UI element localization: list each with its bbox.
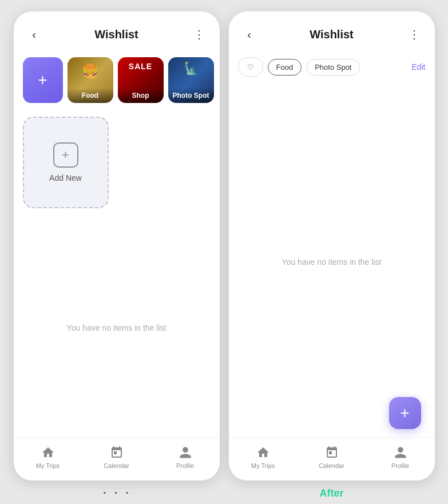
right-nav-calendar[interactable]: Calendar (315, 445, 349, 469)
left-empty-state: You have no items in the list (14, 217, 220, 438)
calendar-icon (109, 445, 124, 460)
left-nav-profile[interactable]: Profile (168, 445, 203, 469)
edit-button[interactable]: Edit (411, 62, 425, 72)
left-menu-button[interactable]: ⋮ (190, 25, 208, 43)
right-nav-trips[interactable]: My Trips (246, 445, 280, 469)
food-filter-label: Food (276, 63, 294, 72)
categories-row: + 🍔 Food SALE Shop (14, 53, 220, 108)
shop-sign-icon: SALE (129, 62, 152, 71)
pagination-dots: · · · (102, 483, 130, 501)
photo-label: Photo Spot (172, 92, 211, 100)
filter-photo-chip[interactable]: Photo Spot (306, 59, 360, 76)
shop-label: Shop (121, 92, 160, 100)
right-trips-label: My Trips (251, 462, 275, 469)
category-shop-card[interactable]: SALE Shop (118, 57, 164, 103)
right-calendar-label: Calendar (319, 462, 344, 469)
plus-icon: + (38, 72, 47, 88)
left-back-button[interactable]: ‹ (25, 25, 43, 43)
left-page-title: Wishlist (94, 28, 138, 41)
right-person-icon (393, 445, 408, 460)
category-food-card[interactable]: 🍔 Food (68, 57, 113, 103)
food-label: Food (71, 92, 110, 100)
left-nav-calendar[interactable]: Calendar (100, 445, 134, 469)
profile-label: Profile (176, 462, 194, 469)
photo-emoji-icon: 🗽 (184, 62, 198, 76)
right-home-icon (256, 445, 271, 460)
right-menu-button[interactable]: ⋮ (405, 25, 423, 43)
filter-heart-chip[interactable]: ♡ (238, 57, 263, 77)
add-new-label: Add New (49, 173, 82, 182)
photo-overlay: Photo Spot (168, 88, 214, 103)
right-header: ‹ Wishlist ⋮ (229, 11, 435, 53)
person-icon (178, 445, 193, 460)
right-empty-state: You have no items in the list (229, 86, 435, 438)
right-profile-label: Profile (391, 462, 409, 469)
filter-food-chip[interactable]: Food (268, 59, 302, 76)
right-phone: ‹ Wishlist ⋮ ♡ Food Photo Spot Edit You (229, 11, 435, 481)
photo-filter-label: Photo Spot (315, 63, 351, 72)
after-label: After (319, 483, 343, 504)
category-photo-card[interactable]: 🗽 Photo Spot (168, 57, 214, 103)
right-calendar-icon (324, 445, 339, 460)
fab-plus-icon: + (400, 405, 409, 421)
trips-label: My Trips (36, 462, 60, 469)
left-nav-trips[interactable]: My Trips (31, 445, 65, 469)
calendar-label: Calendar (104, 462, 129, 469)
add-new-circle-icon: + (53, 142, 78, 168)
left-header: ‹ Wishlist ⋮ (14, 11, 220, 53)
home-icon (41, 445, 55, 460)
right-nav-profile[interactable]: Profile (383, 445, 418, 469)
right-back-button[interactable]: ‹ (240, 25, 259, 43)
right-page-title: Wishlist (310, 28, 354, 41)
heart-icon: ♡ (247, 63, 254, 72)
filter-row: ♡ Food Photo Spot Edit (229, 53, 435, 86)
left-phone: ‹ Wishlist ⋮ + 🍔 Food (14, 11, 220, 481)
food-emoji-icon: 🍔 (82, 63, 99, 79)
right-bottom-nav: My Trips Calendar Profile (229, 438, 435, 481)
shop-overlay: Shop (118, 88, 164, 103)
fab-add-button[interactable]: + (389, 397, 421, 429)
left-bottom-nav: My Trips Calendar Profile (14, 438, 220, 481)
food-overlay: Food (68, 88, 113, 103)
category-add-button[interactable]: + (23, 57, 63, 103)
add-new-card[interactable]: + Add New (23, 117, 109, 208)
